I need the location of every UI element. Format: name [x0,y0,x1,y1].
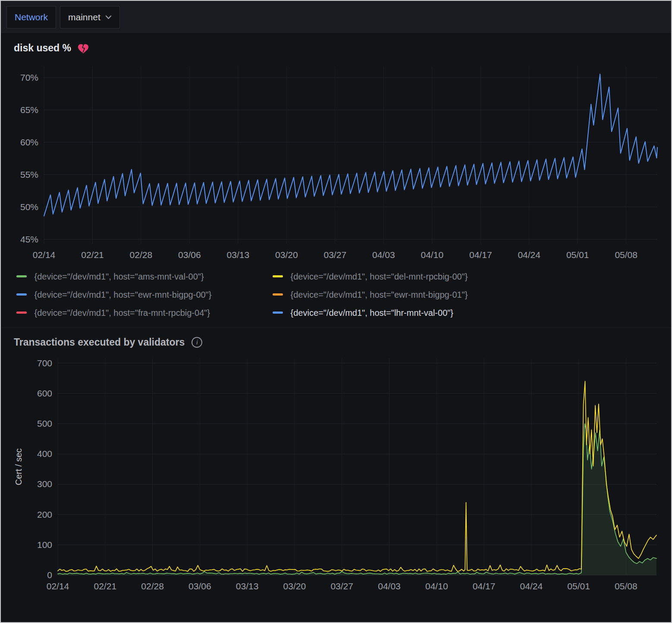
panel-header-disk-used: disk used % [1,34,671,57]
x-tick-label: 05/08 [615,581,637,591]
network-variable-value: mainnet [68,12,100,22]
legend-color-dash [16,312,27,314]
x-tick-label: 04/17 [469,250,492,260]
legend-label: {device="/dev/md1", host="ams-mnt-val-00… [35,272,204,281]
broken-heart-icon[interactable] [78,44,88,53]
x-tick-label: 02/14 [33,250,56,260]
legend-label: {device="/dev/md1", host="del-mnt-rpcbig… [291,272,468,281]
x-tick-label: 03/13 [236,581,259,591]
x-tick-label: 04/17 [473,581,496,591]
y-tick-label: 70% [20,72,38,82]
legend-item-fra-mnt-rpcbig-04[interactable]: {device="/dev/md1", host="fra-mnt-rpcbig… [16,308,273,318]
dashboard-variables-bar: Network mainnet [1,1,671,34]
legend-item-ewr-mnt-bigpg-00[interactable]: {device="/dev/md1", host="ewr-mnt-bigpg-… [16,289,273,300]
disk-used-chart[interactable]: 02/1402/2102/2803/0603/1303/2003/2704/03… [7,58,664,264]
network-variable-dropdown[interactable]: mainnet [60,6,120,28]
legend-label: {device="/dev/md1", host="ewr-mnt-bigpg-… [35,290,212,299]
legend-item-ams-mnt-val-00[interactable]: {device="/dev/md1", host="ams-mnt-val-00… [16,271,273,282]
y-tick-label: 300 [37,479,52,489]
y-tick-label: 100 [37,540,52,550]
legend-color-dash [273,312,283,314]
y-tick-label: 200 [37,510,52,519]
legend-label: {device="/dev/md1", host="lhr-mnt-val-00… [291,308,453,318]
x-tick-label: 04/24 [518,250,540,260]
legend-color-dash [16,293,27,296]
legend-label: {device="/dev/md1", host="ewr-mnt-bigpg-… [291,290,468,299]
panel-title-disk-used: disk used % [14,42,71,54]
grafana-dashboard: Network mainnet disk used % 02/1402/2102… [0,0,672,623]
x-tick-label: 03/20 [283,581,306,591]
y-tick-label: 55% [20,170,38,179]
x-tick-label: 03/27 [330,581,353,591]
legend-color-dash [16,275,27,277]
x-tick-label: 02/28 [141,581,164,591]
legend-item-ewr-mnt-bigpg-01[interactable]: {device="/dev/md1", host="ewr-mnt-bigpg-… [273,289,671,300]
panel-transactions: Transactions executed by validators i 02… [1,327,671,597]
info-icon[interactable]: i [192,337,202,348]
x-tick-label: 04/10 [425,581,448,591]
panel-disk-used: disk used % 02/1402/2102/2803/0603/1303/… [1,34,671,326]
series-line [58,381,656,572]
x-tick-label: 03/06 [188,581,211,591]
transactions-chart[interactable]: 02/1402/2102/2803/0603/1303/2003/2704/03… [7,352,664,597]
y-tick-label: 700 [37,358,52,368]
network-variable-label: Network [6,6,56,28]
x-tick-label: 04/10 [421,250,444,260]
x-tick-label: 05/08 [615,250,637,260]
y-tick-label: 600 [37,388,52,398]
panel-header-transactions: Transactions executed by validators i [1,328,671,351]
x-tick-label: 05/01 [566,250,589,260]
panel-title-transactions: Transactions executed by validators [14,337,185,348]
legend-item-del-mnt-rpcbig-00[interactable]: {device="/dev/md1", host="del-mnt-rpcbig… [273,271,671,282]
series-line [44,74,657,216]
x-tick-label: 03/06 [178,250,201,260]
series-fill [58,424,656,575]
y-tick-label: 500 [37,418,52,428]
y-axis-label: Cert / sec [14,448,23,485]
x-tick-label: 02/21 [94,581,117,591]
x-tick-label: 04/03 [372,250,395,260]
series-line [58,424,656,574]
x-tick-label: 05/01 [567,581,590,591]
chevron-down-icon [105,15,112,19]
x-tick-label: 04/03 [378,581,401,591]
x-tick-label: 02/28 [130,250,153,260]
legend-label: {device="/dev/md1", host="fra-mnt-rpcbig… [35,308,210,318]
y-tick-label: 60% [20,137,38,147]
x-tick-label: 02/14 [47,581,69,591]
x-tick-label: 03/27 [324,250,347,260]
legend-item-lhr-mnt-val-00[interactable]: {device="/dev/md1", host="lhr-mnt-val-00… [273,308,671,318]
x-tick-label: 03/13 [227,250,250,260]
y-tick-label: 400 [37,449,52,459]
x-tick-label: 04/24 [520,581,543,591]
x-tick-label: 03/20 [275,250,298,260]
y-tick-label: 65% [20,105,38,115]
y-tick-label: 50% [20,202,38,212]
disk-used-legend: {device="/dev/md1", host="ams-mnt-val-00… [1,264,671,326]
legend-color-dash [273,293,283,296]
y-tick-label: 0 [47,570,52,580]
y-tick-label: 45% [20,234,38,244]
legend-color-dash [273,275,283,277]
x-tick-label: 02/21 [81,250,104,260]
